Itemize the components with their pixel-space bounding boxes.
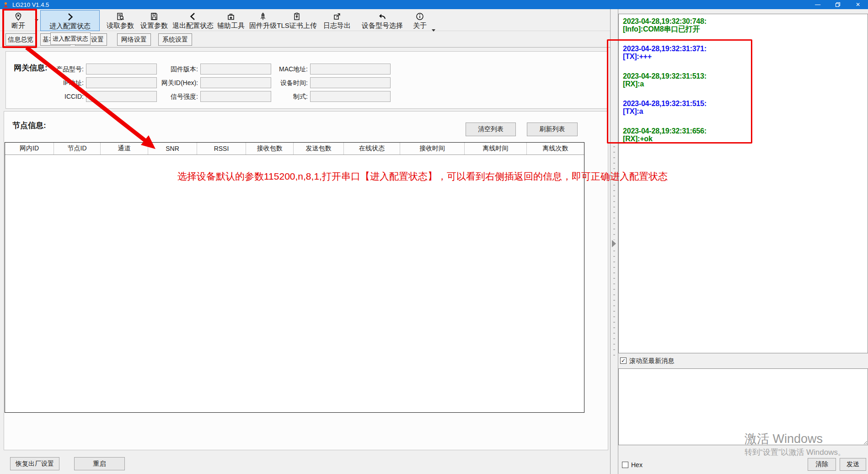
refresh-list-label: 刷新列表 (540, 125, 565, 133)
clear-list-button[interactable]: 清空列表 (466, 122, 516, 136)
rocket-icon (258, 11, 268, 21)
col-offline-time[interactable]: 离线时间 (465, 143, 527, 154)
tooltip-text: 进入配置状态 (53, 35, 88, 43)
aux-tools-button[interactable]: 辅助工具 (213, 10, 249, 31)
info-icon (415, 11, 424, 21)
activate-windows-watermark-sub: 转到“设置”以激活 Windows。 (745, 447, 846, 458)
read-params-button[interactable]: 读取参数 (102, 10, 138, 31)
read-params-doc-search-icon (116, 11, 125, 21)
refresh-list-button[interactable]: 刷新列表 (527, 122, 578, 136)
device-model-select-button[interactable]: 设备型号选择 (359, 10, 406, 31)
hex-checkbox[interactable] (622, 462, 628, 468)
scroll-latest-label: 滚动至最新消息 (629, 357, 674, 365)
check-icon: ✓ (621, 358, 626, 363)
network-standard-field[interactable] (310, 91, 391, 102)
col-rssi[interactable]: RSSI (197, 143, 246, 154)
minimize-button[interactable]: — (808, 0, 828, 9)
col-offline-count[interactable]: 离线次数 (527, 143, 584, 154)
col-snr[interactable]: SNR (148, 143, 197, 154)
col-tx-packets[interactable]: 发送包数 (294, 143, 344, 154)
save-floppy-icon (150, 11, 159, 21)
device-time-field[interactable] (310, 77, 391, 88)
col-rx-time[interactable]: 接收时间 (400, 143, 465, 154)
factory-reset-button[interactable]: 恢复出厂设置 (10, 457, 59, 470)
device-time-label: 设备时间: (235, 77, 308, 88)
node-table-header: 网内ID 节点ID 通道 SNR RSSI 接收包数 发送包数 在线状态 接收时… (5, 143, 584, 155)
annotation-rect-disconnect (2, 9, 37, 48)
aux-tools-label: 辅助工具 (217, 21, 245, 30)
annotation-rect-log (607, 39, 752, 144)
window-title: LG210 V1.4.5 (12, 1, 49, 8)
exit-config-button[interactable]: 退出配置状态 (170, 10, 216, 31)
splitter-collapse-arrow-icon[interactable] (612, 240, 616, 247)
set-params-label: 设置参数 (140, 21, 168, 30)
log-message: 2023-04-28,19:32:30:748: [Info]:COM8串口已打… (623, 17, 868, 33)
iccid-label: ICCID: (11, 91, 84, 102)
restart-label: 重启 (93, 460, 106, 468)
col-channel[interactable]: 通道 (101, 143, 148, 154)
enter-config-tooltip: 进入配置状态 (50, 32, 91, 45)
clear-log-button[interactable]: 清除 (808, 458, 836, 471)
ip-address-label: IP地址: (11, 77, 84, 88)
clear-list-label: 清空列表 (478, 125, 504, 133)
export-icon (332, 11, 342, 21)
col-net-id[interactable]: 网内ID (5, 143, 54, 154)
col-rx-packets[interactable]: 接收包数 (246, 143, 294, 154)
col-node-id[interactable]: 节点ID (54, 143, 101, 154)
log-text: [Info]:COM8串口已打开 (623, 25, 868, 33)
node-info-title: 节点信息: (12, 120, 46, 131)
chevron-right-icon (65, 12, 75, 22)
read-params-label: 读取参数 (107, 21, 134, 30)
close-button[interactable]: ✕ (848, 0, 868, 9)
factory-reset-label: 恢复出厂设置 (16, 460, 54, 468)
signal-strength-label: 信号强度: (125, 91, 198, 102)
hex-label: Hex (631, 461, 643, 469)
toolbox-icon (226, 11, 236, 21)
restore-button[interactable] (828, 0, 848, 9)
col-online-status[interactable]: 在线状态 (344, 143, 400, 154)
app-logo-icon (3, 2, 9, 8)
log-export-label: 日志导出 (323, 21, 351, 30)
app-window: LG210 V1.4.5 — ✕ 断开 进入配置状态 (0, 0, 868, 474)
chevron-left-icon (188, 11, 198, 21)
clear-log-label: 清除 (815, 460, 828, 469)
activate-windows-watermark: 激活 Windows (745, 431, 823, 447)
scroll-latest-checkbox[interactable]: ✓ (620, 357, 627, 364)
network-standard-label: 制式: (235, 91, 308, 102)
mac-address-field[interactable] (310, 64, 391, 75)
titlebar: LG210 V1.4.5 — ✕ (0, 0, 868, 9)
mac-address-label: MAC地址: (235, 64, 308, 75)
tls-cert-upload-label: TLS证书上传 (277, 21, 317, 30)
node-table-body (5, 155, 584, 412)
log-export-button[interactable]: 日志导出 (319, 10, 355, 31)
send-button[interactable]: 发送 (840, 458, 866, 471)
undo-arrow-icon (378, 11, 387, 21)
exit-config-label: 退出配置状态 (172, 21, 214, 30)
device-model-select-label: 设备型号选择 (362, 21, 403, 30)
tls-cert-upload-button[interactable]: TLS证书上传 (273, 10, 321, 31)
tab-system-settings[interactable]: 系统设置 (158, 33, 192, 46)
restart-button[interactable]: 重启 (74, 457, 125, 470)
send-label: 发送 (847, 460, 859, 469)
clipboard-upload-icon (292, 11, 301, 21)
send-input[interactable] (618, 368, 868, 445)
annotation-text: 选择设备默认的参数115200,n,8,1,打开串口【进入配置状态】，可以看到右… (177, 170, 668, 183)
firmware-version-label: 固件版本: (125, 64, 198, 75)
enter-config-label: 进入配置状态 (49, 22, 91, 30)
tab-system-settings-label: 系统设置 (162, 36, 188, 44)
log-time: 2023-04-28,19:32:30:748: (623, 17, 868, 25)
product-model-label: 产品型号: (11, 64, 84, 75)
enter-config-button[interactable]: 进入配置状态 (40, 10, 100, 31)
tab-separator-line (0, 47, 610, 48)
tab-network-settings[interactable]: 网络设置 (117, 33, 151, 46)
gateway-id-label: 网关ID(Hex): (125, 77, 198, 88)
about-dropdown-caret-icon[interactable] (432, 29, 435, 32)
about-button[interactable]: 关于 (410, 10, 430, 31)
tab-network-settings-label: 网络设置 (121, 36, 147, 44)
set-params-button[interactable]: 设置参数 (136, 10, 172, 31)
about-label: 关于 (413, 21, 427, 30)
